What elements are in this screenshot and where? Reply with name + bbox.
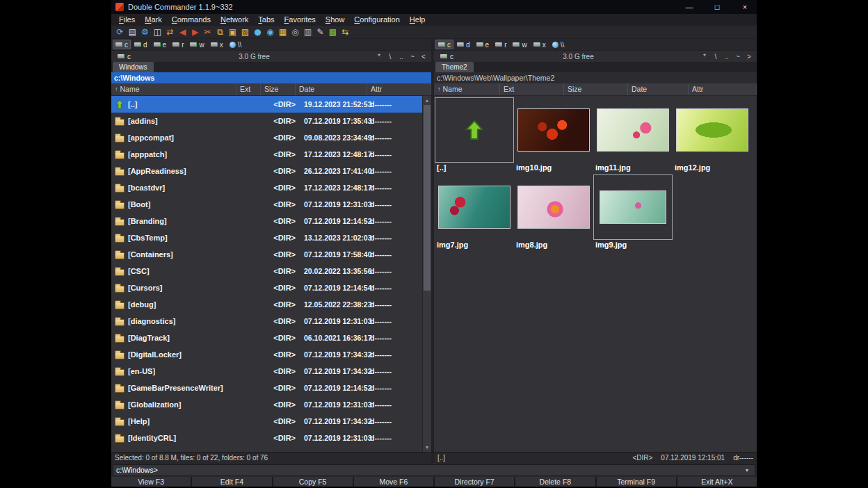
column-header-size[interactable]: Size xyxy=(564,83,628,95)
menu-item-commands[interactable]: Commands xyxy=(167,14,216,26)
paste-icon[interactable]: ▣ xyxy=(227,26,239,38)
drive-c-button[interactable]: c xyxy=(435,40,453,49)
file-row[interactable]: [addins]<DIR>07.12.2019 17:35:43d------- xyxy=(111,113,422,129)
file-row[interactable]: [Help]<DIR>07.12.2019 17:34:32d------- xyxy=(111,413,422,430)
file-row[interactable]: [en-US]<DIR>07.12.2019 17:34:32d------- xyxy=(111,363,422,380)
file-row[interactable]: [bcastdvr]<DIR>17.12.2023 12:48:17d-----… xyxy=(111,179,422,196)
terminal-f9-button[interactable]: Terminal F9 xyxy=(597,477,676,487)
file-tile[interactable]: img10.jpg xyxy=(514,97,593,172)
copy-to-right-icon[interactable]: ▶ xyxy=(189,26,201,38)
copy-to-left-icon[interactable]: ◀ xyxy=(177,26,188,38)
view-f3-button[interactable]: View F3 xyxy=(111,477,191,487)
file-row[interactable]: [AppReadiness]<DIR>26.12.2023 17:41:40d-… xyxy=(111,163,422,179)
right-panel-tab[interactable]: Theme2 xyxy=(435,62,474,72)
home-dir-button[interactable]: ~ xyxy=(407,51,418,62)
close-button[interactable]: × xyxy=(733,0,757,14)
column-header-date[interactable]: Date xyxy=(628,83,689,95)
drive-d-button[interactable]: d xyxy=(131,40,150,49)
history-dropdown-icon[interactable]: ▾ xyxy=(742,467,752,473)
drive-e-button[interactable]: e xyxy=(151,40,170,49)
drive-d-button[interactable]: d xyxy=(454,40,473,49)
network-connect-icon[interactable]: ◉ xyxy=(264,26,276,38)
options-icon[interactable]: ⚙ xyxy=(139,26,151,38)
file-row[interactable]: [..]<DIR>19.12.2023 21:52:53d------- xyxy=(111,96,422,113)
copy-f5-button[interactable]: Copy F5 xyxy=(273,477,353,487)
left-scrollbar[interactable]: ▲ ▼ xyxy=(422,96,431,452)
command-line-input[interactable] xyxy=(158,465,742,475)
drive-x-button[interactable]: x xyxy=(531,40,549,49)
history-back-button[interactable]: < xyxy=(418,51,429,62)
drive-c-button[interactable]: c xyxy=(113,40,131,49)
move-f6-button[interactable]: Move F6 xyxy=(354,477,433,487)
file-tile[interactable]: [..] xyxy=(435,97,514,172)
right-network-button[interactable]: \\ xyxy=(549,40,568,49)
find-files-icon[interactable]: ◎ xyxy=(289,26,301,38)
file-tile[interactable]: img12.jpg xyxy=(673,97,752,172)
run-terminal-icon[interactable]: ▤ xyxy=(127,26,138,38)
scroll-up-icon[interactable]: ▲ xyxy=(423,96,431,105)
file-row[interactable]: [GameBarPresenceWriter]<DIR>07.12.2019 1… xyxy=(111,380,422,396)
drive-w-button[interactable]: w xyxy=(510,40,529,49)
right-path-bar[interactable]: c:\Windows\Web\Wallpaper\Theme2 xyxy=(434,72,757,83)
file-row[interactable]: [debug]<DIR>12.05.2022 22:38:23d------- xyxy=(111,296,422,313)
pack-icon[interactable]: ▩ xyxy=(327,26,339,38)
column-header-ext[interactable]: Ext xyxy=(500,83,564,95)
copy-icon[interactable]: ⧉ xyxy=(214,26,226,38)
file-row[interactable]: [DiagTrack]<DIR>06.10.2021 16:36:17d----… xyxy=(111,330,422,346)
menu-item-show[interactable]: Show xyxy=(321,14,350,26)
menu-item-help[interactable]: Help xyxy=(405,14,431,26)
left-network-button[interactable]: \\ xyxy=(227,40,245,49)
left-panel-tab[interactable]: Windows xyxy=(113,62,154,72)
file-row[interactable]: [Boot]<DIR>07.12.2019 12:31:03d------- xyxy=(111,196,422,213)
drive-e-button[interactable]: e xyxy=(474,40,492,49)
right-drive-combo[interactable]: c xyxy=(436,51,458,62)
root-dir-button[interactable]: \ xyxy=(385,51,396,62)
exit-altx-button[interactable]: Exit Alt+X xyxy=(677,477,757,487)
new-folder-icon[interactable]: ▨ xyxy=(239,26,251,38)
menu-item-files[interactable]: Files xyxy=(114,14,140,26)
file-row[interactable]: [CSC]<DIR>20.02.2022 13:35:56d------- xyxy=(111,263,422,279)
select-mask-button[interactable]: * xyxy=(699,51,710,62)
file-row[interactable]: [Globalization]<DIR>07.12.2019 12:31:03d… xyxy=(111,396,422,413)
scroll-down-icon[interactable]: ▼ xyxy=(423,443,431,452)
menu-item-network[interactable]: Network xyxy=(216,14,253,26)
home-dir-button[interactable]: ~ xyxy=(732,51,744,62)
file-row[interactable]: [CbsTemp]<DIR>13.12.2023 21:02:03d------… xyxy=(111,229,422,246)
drive-x-button[interactable]: x xyxy=(208,40,226,49)
delete-f8-button[interactable]: Delete F8 xyxy=(515,477,595,487)
column-header-ext[interactable]: Ext xyxy=(236,83,261,95)
directory-f7-button[interactable]: Directory F7 xyxy=(435,477,514,487)
drive-w-button[interactable]: w xyxy=(187,40,207,49)
scrollbar-track[interactable] xyxy=(423,105,431,443)
file-row[interactable]: [DigitalLocker]<DIR>07.12.2019 17:34:32d… xyxy=(111,346,422,363)
refresh-icon[interactable]: ⟳ xyxy=(114,26,126,38)
command-line-box[interactable]: c:\Windows> ▾ xyxy=(113,464,755,476)
drive-r-button[interactable]: r xyxy=(492,40,509,49)
menu-item-mark[interactable]: Mark xyxy=(140,14,166,26)
edit-file-icon[interactable]: ✎ xyxy=(314,26,326,38)
sync-dirs-icon[interactable]: ⇆ xyxy=(339,26,351,38)
left-path-bar[interactable]: c:\Windows xyxy=(111,72,431,83)
edit-f4-button[interactable]: Edit F4 xyxy=(192,477,271,487)
column-header-name[interactable]: ↑Name xyxy=(111,83,236,95)
parent-dir-button[interactable]: .. xyxy=(721,51,732,62)
column-header-size[interactable]: Size xyxy=(261,83,296,95)
scrollbar-thumb[interactable] xyxy=(424,105,431,291)
network-icon[interactable]: ● xyxy=(252,26,264,38)
file-row[interactable]: [apppatch]<DIR>17.12.2023 12:48:17d-----… xyxy=(111,146,422,163)
menu-item-favorites[interactable]: Favorites xyxy=(280,14,321,26)
left-drive-combo[interactable]: c xyxy=(113,51,135,62)
menu-item-configuration[interactable]: Configuration xyxy=(349,14,404,26)
column-header-name[interactable]: ↑Name xyxy=(434,83,500,95)
menu-item-tabs[interactable]: Tabs xyxy=(253,14,279,26)
file-tile[interactable]: img9.jpg xyxy=(593,174,673,249)
drive-r-button[interactable]: r xyxy=(170,40,186,49)
select-mask-button[interactable]: * xyxy=(373,51,385,62)
file-row[interactable]: [Containers]<DIR>07.12.2019 17:58:40d---… xyxy=(111,246,422,263)
file-row[interactable]: [diagnostics]<DIR>07.12.2019 12:31:03d--… xyxy=(111,313,422,330)
column-header-attr[interactable]: Attr xyxy=(367,83,431,95)
minimize-button[interactable]: — xyxy=(677,0,701,14)
file-row[interactable]: [IdentityCRL]<DIR>07.12.2019 12:31:03d--… xyxy=(111,430,422,446)
history-forward-button[interactable]: > xyxy=(744,51,755,62)
root-dir-button[interactable]: \ xyxy=(710,51,721,62)
